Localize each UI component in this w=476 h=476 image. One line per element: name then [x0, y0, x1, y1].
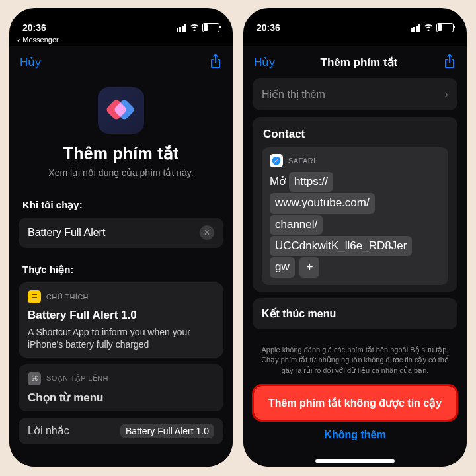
reminder-row: Lời nhắc Battery Full Alert 1.0 [19, 418, 223, 444]
shortcut-name-field[interactable]: Battery Full Alert ✕ [19, 218, 223, 248]
note-badge: CHÚ THÍCH [46, 293, 89, 301]
battery-icon [436, 23, 454, 32]
back-app-label: Messenger [22, 36, 58, 44]
page-subtitle: Xem lại nội dung của phím tắt này. [48, 167, 193, 178]
reminder-value: Battery Full Alert 1.0 [120, 424, 214, 438]
perform-label: Thực hiện: [9, 248, 233, 282]
when-i-run-label: Khi tôi chạy: [9, 183, 233, 218]
end-menu-label: Kết thúc menu [262, 307, 336, 320]
screen: Hủy Thêm phím tắt Hiển thị thêm › Contac… [243, 46, 467, 467]
notch [305, 8, 405, 25]
back-to-app[interactable]: ‹ Messenger [9, 33, 233, 46]
phone-right: 20:36 Hủy Thêm phím tắt Hiển thị thêm › … [243, 8, 467, 467]
open-label: Mở [270, 175, 286, 188]
dont-add-button[interactable]: Không thêm [243, 420, 467, 445]
cellular-icon [411, 24, 420, 32]
safari-action: SAFARI Mở https:// www.youtube.com/ chan… [262, 147, 448, 285]
cancel-button[interactable]: Hủy [254, 56, 275, 69]
disclaimer-text: Apple không đánh giá các phím tắt bên ng… [243, 336, 467, 382]
phone-left: 20:36 ‹ Messenger Hủy Thêm phím tắt [9, 8, 233, 467]
status-time: 20:36 [22, 22, 46, 33]
wifi-icon [423, 22, 434, 33]
url-chip[interactable]: www.youtube.com/ [270, 193, 375, 213]
end-menu-row: Kết thúc menu [253, 298, 457, 329]
note-title: Battery Full Alert 1.0 [28, 309, 214, 322]
nav-bar: Hủy Thêm phím tắt [243, 46, 467, 75]
wifi-icon [189, 22, 200, 33]
home-indicator[interactable] [315, 459, 395, 463]
chevron-right-icon: › [444, 87, 448, 101]
add-url-button[interactable]: + [299, 257, 319, 277]
script-icon: ⌘ [28, 372, 41, 385]
chevron-left-icon: ‹ [17, 35, 20, 45]
clear-icon[interactable]: ✕ [200, 225, 214, 240]
note-body: A Shortcut App to inform you when your i… [28, 326, 214, 351]
hero: Thêm phím tắt Xem lại nội dung của phím … [9, 75, 233, 183]
share-button[interactable] [209, 53, 222, 71]
nav-bar: Hủy [9, 46, 233, 75]
contact-card: Contact SAFARI Mở https:// www.youtube.c… [253, 117, 457, 292]
shortcuts-app-icon [98, 87, 144, 134]
url-chip[interactable]: channel/ [270, 215, 323, 235]
safari-icon [270, 154, 283, 167]
add-untrusted-button[interactable]: Thêm phím tắt không được tin cậy [254, 386, 456, 420]
safari-open-url: Mở https:// www.youtube.com/ channel/ UC… [270, 171, 440, 278]
safari-badge: SAFARI [288, 157, 316, 165]
url-chip[interactable]: UCCdnkwitK_ll6e_RD8Jer [270, 236, 412, 256]
shortcut-name-value: Battery Full Alert [28, 227, 105, 239]
action-script: ⌘ SOẠN TẬP LỆNH Chọn từ menu [19, 364, 223, 411]
nav-title: Thêm phím tắt [275, 56, 443, 69]
script-title: Chọn từ menu [28, 391, 214, 405]
battery-icon [202, 23, 219, 32]
share-button[interactable] [443, 53, 456, 71]
contact-title: Contact [262, 125, 448, 142]
reminder-label: Lời nhắc [28, 424, 69, 437]
show-more-row[interactable]: Hiển thị thêm › [253, 78, 457, 110]
notch [71, 8, 171, 25]
show-more-label: Hiển thị thêm [262, 88, 325, 100]
status-time: 20:36 [257, 22, 280, 33]
url-chip[interactable]: gw [270, 257, 295, 277]
cellular-icon [177, 24, 186, 32]
note-icon: ☰ [28, 290, 41, 303]
page-title: Thêm phím tắt [63, 144, 179, 163]
screen: Hủy Thêm phím tắt Xem lại nội dung của p… [9, 46, 233, 467]
url-chip[interactable]: https:// [289, 172, 333, 192]
script-badge: SOẠN TẬP LỆNH [46, 374, 108, 383]
fade [19, 452, 223, 467]
cancel-button[interactable]: Hủy [20, 56, 41, 69]
action-note: ☰ CHÚ THÍCH Battery Full Alert 1.0 A Sho… [19, 282, 223, 358]
